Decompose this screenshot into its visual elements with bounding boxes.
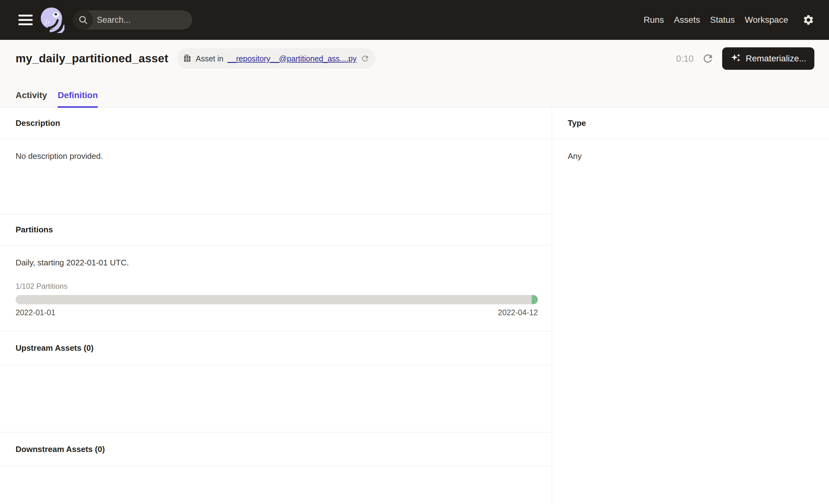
top-navigation-bar: / Runs Assets Status Workspace: [0, 0, 829, 40]
type-value: Any: [568, 151, 829, 161]
partitions-section-header: Partitions: [0, 214, 552, 246]
type-heading: Type: [568, 118, 586, 128]
gear-icon[interactable]: [802, 14, 814, 26]
search-icon: [73, 10, 93, 30]
downstream-section-header: Downstream Assets (0): [0, 432, 552, 467]
nav-item-status[interactable]: Status: [710, 15, 735, 25]
refresh-icon[interactable]: [701, 52, 714, 65]
asset-page-header: my_daily_partitioned_asset Asset in __re…: [0, 40, 829, 108]
tab-definition[interactable]: Definition: [58, 90, 98, 108]
search-box[interactable]: /: [73, 10, 192, 30]
partition-range-start: 2022-01-01: [15, 308, 56, 317]
nav-item-workspace[interactable]: Workspace: [745, 15, 788, 25]
upstream-heading: Upstream Assets (0): [15, 343, 94, 353]
nav-item-assets[interactable]: Assets: [674, 15, 700, 25]
definition-right-column: Type Any: [552, 108, 829, 504]
type-section-body: Any: [552, 139, 829, 161]
type-section-header: Type: [552, 108, 829, 139]
downstream-section-body: [0, 467, 552, 504]
rematerialize-label: Rematerialize...: [746, 53, 806, 64]
refresh-countdown: 0:10: [676, 53, 693, 64]
description-text: No description provided.: [15, 151, 538, 161]
description-heading: Description: [15, 118, 60, 128]
partitions-heading: Partitions: [15, 225, 53, 235]
downstream-heading: Downstream Assets (0): [15, 444, 105, 454]
reload-repository-icon[interactable]: [361, 54, 369, 63]
menu-icon[interactable]: [19, 15, 33, 25]
partitions-progress-fill: [532, 295, 538, 304]
description-section-header: Description: [0, 108, 552, 139]
upstream-section-body: [0, 365, 552, 432]
partitions-count-label: 1/102 Partitions: [15, 282, 538, 291]
partitions-summary: Daily, starting 2022-01-01 UTC.: [15, 258, 538, 267]
asset-location-badge: Asset in __repository__@partitioned_ass.…: [177, 48, 375, 69]
definition-left-column: Description No description provided. Par…: [0, 108, 552, 504]
asset-tabs: Activity Definition: [15, 90, 814, 107]
rematerialize-button[interactable]: Rematerialize...: [722, 47, 814, 70]
partitions-section-body: Daily, starting 2022-01-01 UTC. 1/102 Pa…: [0, 246, 552, 331]
search-input[interactable]: [93, 15, 192, 25]
nav-item-runs[interactable]: Runs: [644, 15, 664, 25]
repository-link[interactable]: __repository__@partitioned_ass....py: [227, 54, 357, 63]
partitions-progress-bar[interactable]: [15, 295, 538, 304]
description-section-body: No description provided.: [0, 139, 552, 214]
dagster-logo-icon[interactable]: [40, 7, 65, 33]
tab-activity[interactable]: Activity: [15, 90, 47, 108]
page-title: my_daily_partitioned_asset: [15, 52, 169, 65]
partition-range-end: 2022-04-12: [498, 308, 538, 317]
sparkles-icon: [730, 53, 742, 64]
asset-badge-prefix: Asset in: [196, 54, 224, 63]
upstream-section-header: Upstream Assets (0): [0, 331, 552, 365]
top-nav-links: Runs Assets Status Workspace: [644, 15, 788, 25]
partitions-date-range: 2022-01-01 2022-04-12: [15, 308, 538, 317]
asset-group-icon: [182, 54, 192, 63]
definition-content: Description No description provided. Par…: [0, 108, 829, 504]
